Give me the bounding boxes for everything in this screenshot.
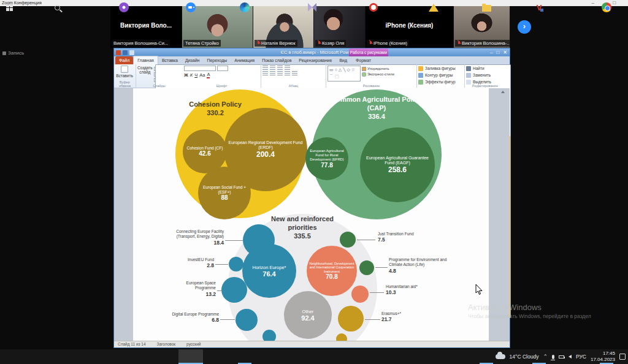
assistant-app-icon[interactable] [118,2,129,13]
tab-file[interactable]: Файл [115,56,133,64]
bubble-eagf[interactable]: European Agricultural Guarantee Fund (EA… [360,127,435,202]
italic-button[interactable]: К [190,72,193,78]
quick-styles-icon [362,72,366,77]
scroll-up-icon[interactable] [501,91,505,93]
language-switch[interactable]: РУС [576,354,586,360]
desktop: Zoom Конференция – □ Виктория Воло... Ви… [0,0,628,364]
weather-text[interactable]: 14°C Cloudy [510,354,539,360]
indent-icon[interactable] [277,66,283,70]
shape-effects-button[interactable]: Эффекты фигур [418,79,463,85]
powerpoint-titlebar[interactable]: ЄС в глоб.вимірі - Microsoft PowerPoint … [114,48,510,56]
replace-button[interactable]: Заменить [466,72,504,78]
tab-home[interactable]: Главная [133,56,158,64]
tab-design[interactable]: Дизайн [182,56,204,64]
bubble-erasmus[interactable] [338,306,364,332]
powerpoint-window-controls[interactable]: –□✕ [490,50,507,55]
editing-group: Найти Заменить Выделить Редактирование [465,64,505,88]
zoom-app-icon[interactable] [185,2,196,13]
bubble-eafrd[interactable]: European Agricultural Fund for Rural Dev… [305,137,348,180]
participant-name-label: Виктория Волошина-... [455,40,510,47]
shape-outline-icon [418,73,423,78]
change-case-button[interactable]: Аа [199,72,205,78]
align-right-icon[interactable] [277,71,283,76]
participant-tile[interactable]: Наталія Вернюк [253,6,314,48]
font-size-box[interactable] [217,66,228,71]
bold-button[interactable]: Ж [184,72,188,78]
save-icon[interactable] [123,50,128,55]
next-participants-button[interactable]: › [518,20,531,34]
tab-view[interactable]: Вид [335,56,351,64]
participant-tile[interactable]: Козяр Оля [314,6,366,48]
v-app-icon[interactable]: V [534,2,545,13]
participant-display-name: iPhone (Ксения) [366,22,453,29]
tab-animations[interactable]: Анимация [231,56,258,64]
slide-canvas[interactable]: Cohesion Policy 330.2 Common Agricultura… [133,88,489,342]
bubble-ndici[interactable]: Neighbourhood, Development and Internati… [307,246,357,296]
shape-fill-button[interactable]: Заливка фигуры [418,66,463,72]
clock[interactable]: 17:45 17.04.2023 [591,351,615,363]
font-color-button[interactable]: А [207,72,210,78]
label-investeu: InvestEU Fund 2.8 [170,257,214,269]
recording-indicator: Запись [2,50,24,56]
numbering-icon[interactable] [270,66,275,70]
bubble-life[interactable] [359,260,374,275]
volume-icon[interactable] [569,355,572,358]
leader-line [217,290,222,291]
shape-styles-group: Заливка фигуры Контур фигуры Эффекты фиг… [417,64,465,88]
font-name-box[interactable] [184,66,216,71]
tab-format[interactable]: Формат [352,56,375,64]
battery-icon[interactable] [559,355,564,358]
arrange-button[interactable]: Упорядочить [362,66,394,71]
media-player-app-icon[interactable] [307,2,318,13]
start-button[interactable] [4,2,15,13]
search-icon[interactable] [52,2,63,13]
muted-mic-icon [369,41,372,46]
participant-name-label: Козяр Оля [315,40,346,47]
weather-icon [496,354,505,359]
shape-outline-button[interactable]: Контур фигуры [418,72,463,78]
tab-review[interactable]: Рецензирование [295,56,335,64]
file-explorer-icon[interactable] [481,2,492,13]
chrome-app-icon[interactable] [601,2,612,13]
new-slide-button[interactable]: Создать слайд [137,66,153,83]
browser-ring-app-icon[interactable] [368,2,379,13]
bubble-esf[interactable]: European Social Fund + (ESF+)88 [198,167,251,219]
tab-transitions[interactable]: Переходы [203,56,231,64]
find-button[interactable]: Найти [466,66,504,72]
bullets-icon[interactable] [262,66,268,70]
participant-name-label: Наталія Вернюк [255,40,297,47]
powerpoint-title: ЄС в глоб.вимірі - Microsoft PowerPoint [134,50,510,55]
shape-effects-icon [418,80,423,85]
quick-styles-button[interactable]: Экспресс-стили [362,72,394,77]
bubble-investeu[interactable] [229,257,243,271]
justify-icon[interactable] [285,71,290,76]
underline-button[interactable]: Ч [194,72,197,78]
line-spacing-icon[interactable] [285,66,290,70]
columns-icon[interactable] [292,71,297,76]
tab-insert[interactable]: Вставка [158,56,182,64]
bubble-connecting-europe[interactable] [243,224,275,256]
slide-editor-area: Cohesion Policy 330.2 Common Agricultura… [114,88,510,342]
bubble-space-programme[interactable] [221,277,247,303]
leader-line [215,264,228,265]
replace-icon [466,73,471,78]
shapes-gallery[interactable]: ▭○△╲◇☆⌒⬚ [327,66,361,82]
disk-app-icon[interactable] [428,2,439,13]
quick-access-toolbar[interactable] [114,50,134,55]
bubble-just-transition[interactable] [340,232,356,248]
edge-app-icon[interactable] [239,2,250,13]
action-center-icon[interactable] [619,354,626,360]
align-left-icon[interactable] [262,71,268,76]
bubble-other[interactable]: Other92.4 [284,291,332,339]
tab-slideshow[interactable]: Показ слайдов [258,56,295,64]
slides-group: Создать слайд Макет Восстановить Раздел … [136,64,183,88]
hidden-icons-chevron[interactable]: ⌃ [543,354,548,360]
bubble-humanitarian[interactable] [351,286,369,303]
undo-icon[interactable] [129,50,134,55]
tray-mic-icon[interactable] [552,355,554,359]
align-center-icon[interactable] [270,71,275,76]
participant-name-label: Тетяна Стройко [183,40,221,47]
bubble-small-teal[interactable] [262,330,276,342]
bubble-digital-europe[interactable] [236,309,258,331]
new-priorities-title: New and reinforced priorities 335.5 [266,215,339,240]
